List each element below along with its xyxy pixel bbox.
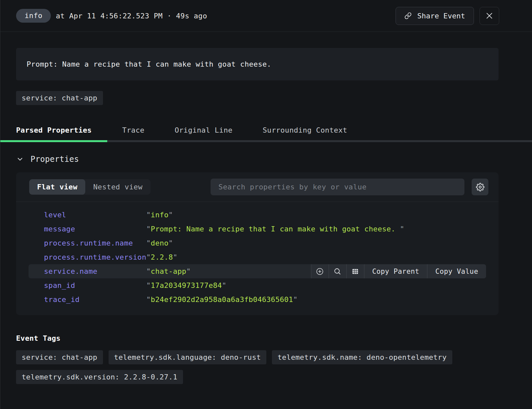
event-tag-sdk-language[interactable]: telemetry.sdk.language: deno-rust [109, 350, 267, 364]
service-tag-chip[interactable]: service: chat-app [16, 91, 103, 105]
search-properties-input[interactable] [211, 179, 464, 195]
message-preview-text: Prompt: Name a recipe that I can make wi… [27, 60, 271, 68]
plus-circle-icon [316, 268, 324, 275]
message-preview-box: Prompt: Name a recipe that I can make wi… [16, 48, 499, 80]
property-value: Prompt: Name a recipe that I can make wi… [146, 225, 404, 233]
link-icon [404, 12, 412, 19]
property-row-level[interactable]: level info [29, 208, 486, 222]
copy-parent-button[interactable]: Copy Parent [364, 264, 427, 278]
event-tags-title: Event Tags [16, 334, 499, 342]
property-key: process.runtime.version [44, 253, 146, 261]
settings-button[interactable] [472, 179, 488, 195]
property-value: chat-app [146, 267, 191, 275]
close-button[interactable] [480, 7, 499, 25]
property-value: 17a2034973177e84 [146, 281, 226, 290]
event-tag-sdk-version[interactable]: telemetry.sdk.version: 2.2.8-0.27.1 [16, 370, 183, 384]
tab-trace[interactable]: Trace [107, 118, 160, 142]
property-key: span_id [44, 281, 146, 290]
property-row-service-name[interactable]: service.name chat-app [29, 264, 486, 278]
event-timestamp: at Apr 11 4:56:22.523 PM · 49s ago [56, 12, 207, 20]
tab-surrounding-context[interactable]: Surrounding Context [248, 118, 362, 142]
tab-parsed-properties[interactable]: Parsed Properties [0, 118, 107, 142]
close-icon [485, 11, 494, 20]
share-event-label: Share Event [417, 12, 465, 20]
level-badge: info [16, 9, 51, 23]
chevron-down-icon [16, 155, 24, 163]
property-key: level [44, 211, 146, 219]
event-tag-service[interactable]: service: chat-app [16, 350, 103, 364]
property-row-message[interactable]: message Prompt: Name a recipe that I can… [29, 222, 486, 236]
table-grid-icon [351, 268, 359, 275]
property-key: message [44, 225, 146, 233]
main-content: Prompt: Name a recipe that I can make wi… [0, 48, 532, 384]
view-toggle: Flat view Nested view [29, 179, 151, 195]
nested-view-button[interactable]: Nested view [85, 179, 151, 195]
flat-view-button[interactable]: Flat view [29, 179, 85, 195]
add-filter-button[interactable] [311, 264, 329, 278]
tab-bar: Parsed Properties Trace Original Line Su… [16, 118, 499, 142]
properties-card: Flat view Nested view level info messag [16, 172, 499, 315]
properties-table: level info message Prompt: Name a recipe… [16, 202, 499, 307]
property-row-span-id[interactable]: span_id 17a2034973177e84 [29, 278, 486, 292]
search-value-button[interactable] [329, 264, 346, 278]
property-key: process.runtime.name [44, 239, 146, 247]
properties-section-toggle[interactable]: Properties [16, 155, 499, 164]
tab-original-line[interactable]: Original Line [159, 118, 247, 142]
property-row-process-runtime-name[interactable]: process.runtime.name deno [29, 236, 486, 250]
search-icon [334, 268, 341, 275]
property-value: 2.2.8 [146, 253, 177, 261]
add-column-button[interactable] [346, 264, 364, 278]
event-tag-sdk-name[interactable]: telemetry.sdk.name: deno-opentelemetry [272, 350, 452, 364]
properties-section-title: Properties [31, 155, 79, 164]
share-event-button[interactable]: Share Event [396, 7, 474, 25]
row-action-group: Copy Parent Copy Value [311, 264, 486, 278]
property-value: info [146, 211, 173, 219]
topbar: info at Apr 11 4:56:22.523 PM · 49s ago … [0, 0, 532, 32]
property-key: service.name [44, 267, 146, 275]
event-tags-list: service: chat-app telemetry.sdk.language… [16, 350, 499, 384]
properties-toolbar: Flat view Nested view [16, 172, 499, 202]
gear-icon [476, 183, 484, 191]
property-key: trace_id [44, 295, 146, 304]
property-row-process-runtime-version[interactable]: process.runtime.version 2.2.8 [29, 250, 486, 264]
copy-value-button[interactable]: Copy Value [427, 264, 486, 278]
property-row-trace-id[interactable]: trace_id b24ef2902d2a958a0a6a3fb04636560… [29, 292, 486, 307]
event-detail-panel: info at Apr 11 4:56:22.523 PM · 49s ago … [0, 0, 532, 409]
property-value: deno [146, 239, 173, 247]
property-value: b24ef2902d2a958a0a6a3fb046365601 [146, 295, 297, 304]
